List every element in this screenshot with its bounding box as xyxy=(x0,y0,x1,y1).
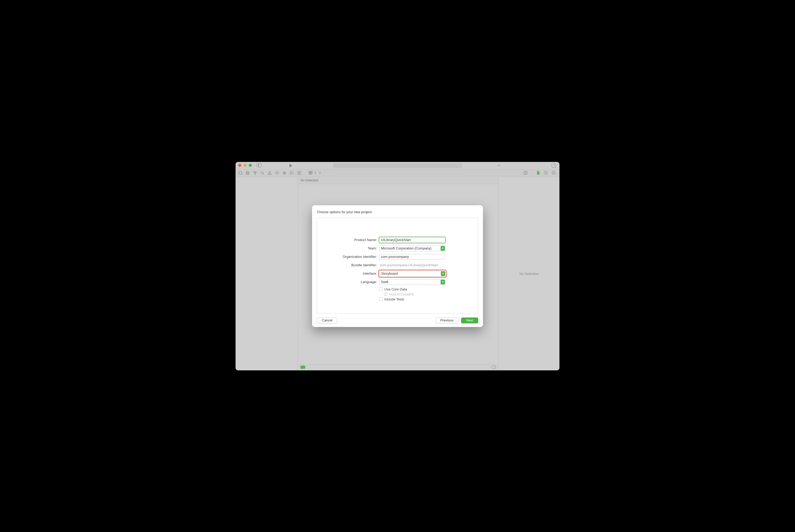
language-dropdown[interactable]: Swift xyxy=(379,279,446,285)
file-inspector-icon[interactable] xyxy=(536,171,540,176)
svg-line-7 xyxy=(254,172,255,174)
breakpoint-navigator-icon[interactable] xyxy=(290,171,294,175)
find-navigator-icon[interactable] xyxy=(260,171,264,175)
svg-rect-24 xyxy=(309,173,310,174)
language-value: Swift xyxy=(381,280,388,284)
navigator-pane xyxy=(235,177,298,370)
debug-status-icon xyxy=(301,366,305,369)
host-cloudkit-checkbox xyxy=(384,292,387,296)
history-inspector-icon[interactable] xyxy=(544,171,548,176)
interface-highlight: Storyboard xyxy=(379,270,446,277)
dropdown-handle-icon xyxy=(441,271,445,276)
sheet-title: Choose options for your new project: xyxy=(317,210,478,214)
org-id-input[interactable]: com.yourcompany xyxy=(379,254,446,260)
nav-back-icon[interactable] xyxy=(314,171,317,175)
xcode-window: + ? No Sele xyxy=(235,162,560,370)
bundle-id-value: com.yourcompany.UILibraryQuickStart xyxy=(379,263,438,267)
svg-rect-25 xyxy=(311,173,312,174)
window-controls xyxy=(238,164,252,167)
svg-line-11 xyxy=(263,173,264,174)
dropdown-handle-icon xyxy=(441,280,445,284)
cancel-button[interactable]: Cancel xyxy=(317,318,337,323)
org-id-label: Organization Identifier: xyxy=(332,255,379,259)
interface-value: Storyboard xyxy=(381,271,398,276)
toggle-debug-area-icon[interactable] xyxy=(492,366,496,369)
host-cloudkit-checkbox-row: Host in CloudKit xyxy=(379,292,414,296)
nav-forward-icon[interactable] xyxy=(318,171,321,175)
navigator-tabbar: ? xyxy=(235,169,560,177)
previous-button[interactable]: Previous xyxy=(435,318,459,323)
next-button[interactable]: Next xyxy=(461,318,478,323)
product-name-input[interactable]: UILibraryQuickStart xyxy=(379,237,446,243)
sheet-form: Product Name: UILibraryQuickStart Team: … xyxy=(317,217,478,314)
team-label: Team: xyxy=(332,246,379,250)
help-inspector-icon[interactable]: ? xyxy=(552,171,556,176)
inspector-pane: No Selection xyxy=(498,177,560,370)
close-window-icon[interactable] xyxy=(238,164,241,167)
project-navigator-icon[interactable] xyxy=(238,171,242,175)
org-id-value: com.yourcompany xyxy=(381,255,409,259)
toggle-inspector-icon[interactable] xyxy=(552,164,556,167)
editor-no-selection: No Selection xyxy=(298,177,498,184)
product-name-value: UILibraryQuickStart xyxy=(381,238,411,242)
debug-bar xyxy=(298,364,498,370)
svg-line-8 xyxy=(255,172,256,174)
svg-rect-0 xyxy=(239,172,242,174)
include-tests-checkbox-row: Include Tests xyxy=(379,297,404,301)
toggle-navigator-icon[interactable] xyxy=(257,164,261,167)
new-project-sheet: Choose options for your new project: Pro… xyxy=(312,205,483,327)
svg-marker-18 xyxy=(290,172,294,174)
minimize-window-icon[interactable] xyxy=(243,164,247,167)
host-cloudkit-label: Host in CloudKit xyxy=(389,292,414,296)
use-core-data-checkbox[interactable] xyxy=(379,287,383,291)
svg-rect-23 xyxy=(311,171,312,172)
team-dropdown[interactable]: Microsoft Corporation (Company) xyxy=(379,246,446,251)
svg-rect-22 xyxy=(309,171,310,172)
sheet-footer: Cancel Previous Next xyxy=(317,318,478,323)
issue-navigator-icon[interactable] xyxy=(268,171,272,175)
symbol-navigator-icon[interactable] xyxy=(253,171,257,175)
interface-dropdown[interactable]: Storyboard xyxy=(379,271,446,277)
zoom-window-icon[interactable] xyxy=(249,164,252,167)
debug-navigator-icon[interactable] xyxy=(282,171,287,175)
inspector-no-selection: No Selection xyxy=(519,272,539,276)
svg-marker-14 xyxy=(276,171,279,174)
svg-text:?: ? xyxy=(553,172,554,174)
source-control-navigator-icon[interactable] xyxy=(246,171,250,175)
use-core-data-checkbox-row: Use Core Data xyxy=(379,287,407,291)
titlebar: + xyxy=(235,162,560,169)
adjust-editor-icon[interactable] xyxy=(524,171,528,176)
activity-viewer[interactable] xyxy=(333,163,462,168)
report-navigator-icon[interactable] xyxy=(297,171,301,175)
product-name-label: Product Name: xyxy=(332,238,379,242)
include-tests-label: Include Tests xyxy=(384,297,404,301)
interface-label: Interface: xyxy=(332,271,379,276)
team-value: Microsoft Corporation (Company) xyxy=(381,246,431,250)
add-tab-icon[interactable]: + xyxy=(497,164,500,168)
run-button-icon[interactable] xyxy=(289,164,292,167)
bundle-id-label: Bundle Identifier: xyxy=(332,263,379,267)
dropdown-handle-icon xyxy=(441,246,445,251)
include-tests-checkbox[interactable] xyxy=(379,297,383,301)
use-core-data-label: Use Core Data xyxy=(384,287,407,291)
language-label: Language: xyxy=(332,280,379,284)
test-navigator-icon[interactable] xyxy=(275,171,279,175)
svg-point-10 xyxy=(261,172,263,174)
svg-rect-19 xyxy=(298,171,301,174)
related-items-icon[interactable] xyxy=(308,171,313,176)
